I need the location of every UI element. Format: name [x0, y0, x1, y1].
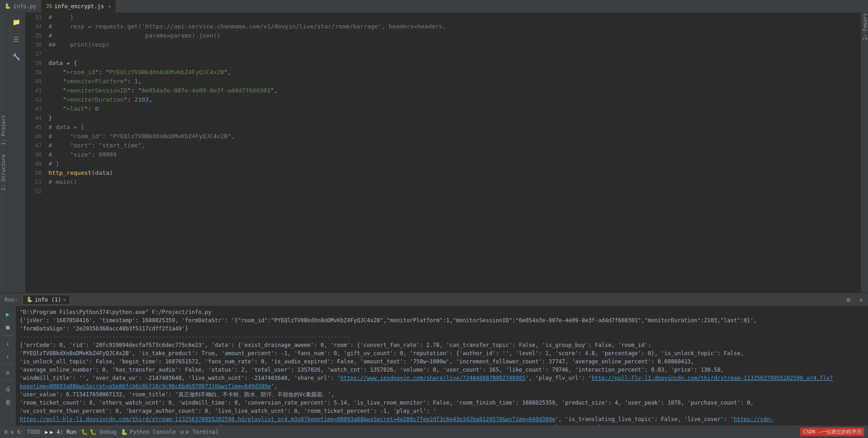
- line-number: 43: [26, 104, 46, 114]
- structure-icon[interactable]: ☰: [10, 32, 23, 46]
- run-output[interactable]: "D:\Program Files\Python374\python.exe" …: [16, 306, 868, 425]
- tab-info-py[interactable]: 🐍 info.py: [0, 0, 42, 12]
- code-line: 42 ">monitorDuration": 2103,: [26, 95, 861, 104]
- line-content: # data = {: [46, 123, 84, 132]
- line-number: 36: [26, 40, 46, 49]
- code-editor: 33# }34# resp = requests.get('https://ap…: [26, 13, 861, 292]
- tab-info-encrypt-js-label: info_encrypt.js: [54, 3, 104, 10]
- code-line: 51# main(): [26, 178, 861, 187]
- run-down-icon[interactable]: ↓: [2, 338, 13, 349]
- run-output-line: 'average_online_number': 0, 'has_transfe…: [20, 366, 864, 374]
- run-sidebar-divider3: [3, 380, 12, 381]
- settings-icon[interactable]: ⚙: [844, 295, 853, 304]
- code-line: 34# resp = requests.get('https://api-ser…: [26, 22, 861, 31]
- tab-info-py-label: info.py: [13, 3, 37, 10]
- run-tab-bar: Run: 🐍 info (1) ✕ ⚙ ✕: [0, 293, 868, 306]
- run-sidebar-divider2: [3, 364, 12, 365]
- line-content: ## print(resp): [46, 40, 109, 49]
- line-content: [46, 187, 52, 196]
- line-number: 37: [26, 49, 46, 59]
- csdn-badge: CSDN —一位跑过的程序员: [800, 427, 864, 436]
- favorites-label[interactable]: 2: Favorites: [858, 15, 868, 29]
- run-plain-text: ', 'is_translating_live_topic': False, '…: [555, 416, 733, 422]
- run-output-line: 'room_ticket_count': 0, 'others_watch_uc…: [20, 399, 864, 407]
- run-output-line: 'is_unlock_all_topic': False, 'begin_tim…: [20, 357, 864, 366]
- line-number: 34: [26, 22, 46, 31]
- run-output-line: "D:\Program Files\Python374\python.exe" …: [20, 308, 864, 316]
- code-line: 38data = {: [26, 59, 861, 68]
- run-sidebar: ▶ ⏹ ↓ ↑ ≡ 🖨 🗑: [0, 306, 16, 425]
- line-number: 49: [26, 159, 46, 168]
- code-line: 52: [26, 187, 861, 196]
- run-plain-text: 'windmill_title': '', 'over_data_uv': -2…: [20, 375, 340, 381]
- line-number: 41: [26, 86, 46, 95]
- run-play-icon[interactable]: ▶: [2, 308, 13, 319]
- run-link[interactable]: https://pull-hls-l1.douyincdn.com/third/…: [20, 416, 555, 422]
- run-sidebar-divider: [3, 335, 12, 335]
- debug-icon: 🐛: [81, 429, 88, 435]
- line-number: 42: [26, 95, 46, 104]
- line-number: 40: [26, 77, 46, 86]
- run-up-icon[interactable]: ↑: [2, 351, 13, 362]
- tab-info-encrypt-js[interactable]: JS info_encrypt.js ✕: [42, 0, 116, 12]
- line-number: 44: [26, 114, 46, 123]
- line-content: }: [46, 114, 52, 123]
- line-number: 39: [26, 68, 46, 77]
- line-content: # "room_id": "PYEQlzTV8BkdXn8oDMvKbZ4FyQ…: [46, 132, 235, 141]
- run-output-line: 'PYEQlzTV8BkdXn8oDMvKbZ4FyQJC4x2B', 'is_…: [20, 349, 864, 357]
- run-tab-close-icon[interactable]: ✕: [63, 297, 66, 302]
- code-line: 33# }: [26, 13, 861, 22]
- line-content: [46, 49, 52, 59]
- code-line: 49# }: [26, 159, 861, 168]
- run-tool-item[interactable]: ▶ ▶ 4: Run: [45, 429, 76, 435]
- code-line: 37: [26, 49, 861, 59]
- py-icon: 🐍: [5, 3, 11, 9]
- debug-tool-item[interactable]: 🐛 🐛 Debug: [81, 429, 116, 435]
- code-line: 46# "room_id": "PYEQlzTV8BkdXn8oDMvKbZ4F…: [26, 132, 861, 141]
- right-panel: 2: Favorites: [861, 13, 868, 292]
- python-console-item[interactable]: 🐍 Python Console: [121, 429, 176, 435]
- line-content: ">room_id": "PYEQlzTV8BkdXn8oDMvKbZ4FyQJ…: [46, 68, 231, 77]
- close-panel-icon[interactable]: ✕: [857, 295, 866, 304]
- line-content: data = {: [46, 59, 77, 68]
- run-link[interactable]: https://www.iesdouyin.com/share/live/724…: [340, 375, 526, 381]
- code-line: 43 ">last": 0: [26, 104, 861, 114]
- line-content: http_request(data): [46, 168, 113, 178]
- run-label: Run:: [2, 297, 20, 303]
- run-tab-py-icon: 🐍: [27, 297, 33, 303]
- line-content: ">monitorSessionID": "6e054a3e-807e-4e09…: [46, 86, 278, 95]
- run-output-line: ----------------------------------------…: [20, 333, 864, 341]
- line-content: # resp = requests.get('https://api-servi…: [46, 22, 446, 31]
- run-print-icon[interactable]: 🖨: [2, 383, 13, 394]
- line-number: 38: [26, 59, 46, 68]
- line-number: 45: [26, 123, 46, 132]
- line-number: 52: [26, 187, 46, 196]
- run-list-icon[interactable]: ≡: [2, 367, 13, 378]
- tab-bar: 🐍 info.py JS info_encrypt.js ✕: [0, 0, 868, 13]
- terminal-item[interactable]: ⊟ ⊟ Terminal: [181, 429, 219, 435]
- run-tab[interactable]: 🐍 info (1) ✕: [22, 295, 70, 305]
- run-output-line: {'jsVer': '1687858416', 'timestamp': 168…: [20, 316, 864, 324]
- line-content: ">last": 0: [46, 104, 99, 114]
- run-body: ▶ ⏹ ↓ ↑ ≡ 🖨 🗑 "D:\Program Files\Python37…: [0, 306, 868, 425]
- git-icon-item[interactable]: ⑥ ≡ 6: TODO: [4, 429, 40, 435]
- folder-icon[interactable]: 📁: [10, 15, 23, 29]
- git-icon: ⑥: [4, 429, 9, 435]
- run-tool-icon: ▶: [45, 429, 48, 435]
- line-content: # "sort": "start_time",: [46, 141, 145, 150]
- run-trash-icon[interactable]: 🗑: [2, 396, 13, 407]
- js-icon: JS: [46, 3, 52, 9]
- tab-close-icon[interactable]: ✕: [108, 4, 111, 9]
- run-tool-label: ▶ 4: Run: [50, 429, 76, 435]
- code-line: 45# data = {: [26, 123, 861, 132]
- run-plain-text: 'user_value': 6.713417650067132, 'room_t…: [20, 391, 334, 398]
- code-content[interactable]: 33# }34# resp = requests.get('https://ap…: [26, 13, 861, 292]
- terminal-label: ⊟ Terminal: [186, 429, 219, 435]
- project-panel-label[interactable]: 1: Project: [0, 115, 6, 145]
- editor-area: 1: Project 2: Structure 📁 ☰ 🔧 33# }34# r…: [0, 13, 868, 292]
- code-line: 35# params=params).json(): [26, 31, 861, 40]
- structure-panel-label[interactable]: 2: Structure: [0, 154, 6, 190]
- tools-icon[interactable]: 🔧: [10, 50, 23, 64]
- run-controls: ⚙ ✕: [844, 295, 866, 304]
- run-stop-icon[interactable]: ⏹: [2, 322, 13, 333]
